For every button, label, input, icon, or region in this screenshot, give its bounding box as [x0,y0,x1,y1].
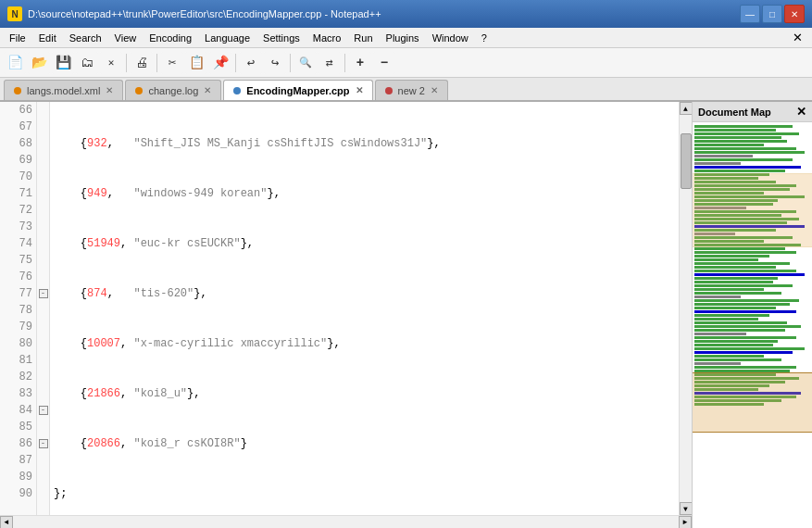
code-line-73: }; [54,485,675,502]
tab-new-dot [385,87,393,94]
tab-langs-close[interactable]: ✕ [106,85,113,95]
zoom-in-button[interactable]: + [349,52,371,74]
line-num-74: 74 [4,235,32,252]
tab-encoding[interactable]: EncodingMapper.cpp ✕ [223,80,372,100]
line-num-69: 69 [4,152,32,169]
menu-bar: File Edit Search View Encoding Language … [0,28,812,48]
maximize-button[interactable]: □ [762,5,782,23]
line-num-79: 79 [4,319,32,335]
line-num-66: 66 [4,102,32,119]
menu-settings[interactable]: Settings [257,31,306,45]
line-num-77: 77 [4,285,32,302]
menu-language[interactable]: Language [199,31,256,45]
line-num-70: 70 [4,169,32,185]
line-num-73: 73 [4,219,32,235]
line-num-87: 87 [4,452,32,469]
code-content[interactable]: {932, "Shift_JIS MS_Kanji csShiftJIS csW… [50,102,679,515]
cut-button[interactable]: ✂ [161,52,183,74]
document-map-canvas[interactable] [693,122,812,528]
toolbar-separator-4 [290,54,291,72]
document-map-panel: Document Map ✕ [692,102,812,528]
find-button[interactable]: 🔍 [294,52,317,74]
print-button[interactable]: 🖨 [131,52,153,74]
line-num-76: 76 [4,269,32,285]
fold-marker-84[interactable]: - [39,406,48,415]
scroll-track[interactable] [680,115,692,502]
menu-plugins[interactable]: Plugins [381,31,425,45]
line-num-67: 67 [4,119,32,135]
redo-button[interactable]: ↪ [264,52,286,74]
fold-marker-86[interactable]: - [39,439,48,448]
minimize-button[interactable]: — [740,5,760,23]
tab-new-close[interactable]: ✕ [431,85,438,95]
paste-button[interactable]: 📌 [209,52,231,74]
window-title: D:\source\notepad++\trunk\PowerEditor\sr… [28,8,740,19]
line-num-68: 68 [4,135,32,152]
vertical-scrollbar[interactable]: ▲ ▼ [679,102,692,515]
toolbar: 📄 📂 💾 🗂 ✕ 🖨 ✂ 📋 📌 ↩ ↪ 🔍 ⇄ + − [0,48,812,78]
close-tab-button[interactable]: ✕ [100,52,122,74]
line-num-81: 81 [4,352,32,369]
menu-view[interactable]: View [109,31,143,45]
horizontal-scrollbar[interactable]: ◄ ► [0,515,692,528]
toolbar-separator-2 [156,54,157,72]
close-button[interactable]: ✕ [784,5,805,23]
menu-window[interactable]: Window [427,31,474,45]
tab-changelog-label: change.log [148,85,198,96]
code-line-67: {949, "windows-949 korean"}, [54,185,675,202]
code-line-68: {51949, "euc-kr csEUCKR"}, [54,235,675,252]
menu-close-button[interactable]: ✕ [787,31,808,44]
line-num-71: 71 [4,185,32,202]
open-file-button[interactable]: 📂 [28,52,50,74]
document-map-title: Document Map [698,107,771,118]
line-num-78: 78 [4,302,32,319]
scroll-left-button[interactable]: ◄ [0,516,13,529]
code-line-72: {20866, "koi8_r csKOI8R"} [54,435,675,452]
scroll-right-button[interactable]: ► [679,516,692,529]
toolbar-separator-5 [344,54,345,72]
save-button[interactable]: 💾 [52,52,74,74]
fold-column: - - - [37,102,50,515]
tab-langs-dot [14,87,21,94]
line-num-89: 89 [4,469,32,485]
replace-button[interactable]: ⇄ [319,52,341,74]
tab-langs-label: langs.model.xml [27,85,100,96]
document-map-close-button[interactable]: ✕ [796,106,806,118]
save-all-button[interactable]: 🗂 [76,52,98,74]
tab-langs[interactable]: langs.model.xml ✕ [4,80,123,100]
title-bar: N D:\source\notepad++\trunk\PowerEditor\… [0,0,812,28]
menu-help[interactable]: ? [476,31,493,45]
fold-marker-77[interactable]: - [39,289,48,298]
menu-search[interactable]: Search [64,31,107,45]
tab-new[interactable]: new 2 ✕ [375,80,448,100]
line-num-72: 72 [4,202,32,219]
scroll-up-button[interactable]: ▲ [680,102,693,115]
line-num-80: 80 [4,335,32,352]
undo-button[interactable]: ↩ [240,52,262,74]
main-content: 66 67 68 69 70 71 72 73 74 75 76 77 78 7… [0,102,812,528]
code-line-71: {21866, "koi8_u"}, [54,385,675,402]
code-line-69: {874, "tis-620"}, [54,285,675,302]
scroll-down-button[interactable]: ▼ [680,502,693,515]
tab-changelog[interactable]: change.log ✕ [125,80,221,100]
menu-edit[interactable]: Edit [33,31,62,45]
h-scroll-track[interactable] [13,516,679,528]
code-editor[interactable]: 66 67 68 69 70 71 72 73 74 75 76 77 78 7… [0,102,692,528]
menu-run[interactable]: Run [348,31,378,45]
menu-file[interactable]: File [4,31,31,45]
document-map-header: Document Map ✕ [693,102,812,122]
code-line-66: {932, "Shift_JIS MS_Kanji csShiftJIS csW… [54,135,675,152]
copy-button[interactable]: 📋 [185,52,207,74]
code-line-70: {10007, "x-mac-cyrillic xmaccyrillic"}, [54,335,675,352]
tab-changelog-close[interactable]: ✕ [204,85,211,95]
line-num-90: 90 [4,485,32,502]
line-num-75: 75 [4,252,32,269]
menu-encoding[interactable]: Encoding [144,31,197,45]
menu-macro[interactable]: Macro [307,31,347,45]
tab-encoding-close[interactable]: ✕ [356,85,363,95]
toolbar-separator-1 [126,54,127,72]
code-scroll-area: 66 67 68 69 70 71 72 73 74 75 76 77 78 7… [0,102,692,515]
scroll-thumb[interactable] [681,133,692,189]
new-file-button[interactable]: 📄 [4,52,26,74]
zoom-out-button[interactable]: − [373,52,395,74]
